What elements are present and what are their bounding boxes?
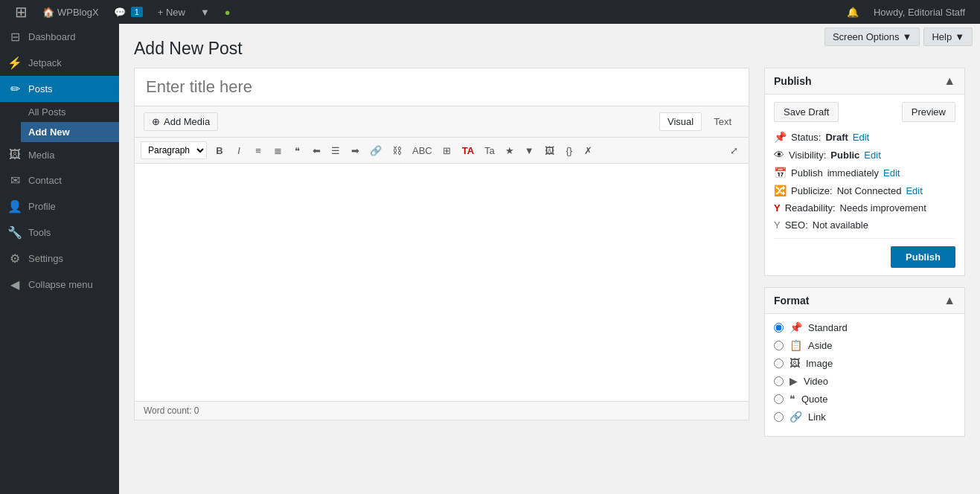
add-media-button[interactable]: ⊕ Add Media — [144, 112, 218, 131]
word-count-bar: Word count: 0 — [135, 402, 749, 420]
jetpack-icon: ⚡ — [7, 56, 22, 70]
status-value: Draft — [825, 132, 848, 143]
format-aside-radio[interactable] — [774, 341, 784, 350]
sidebar-item-collapse[interactable]: ◀ Collapse menu — [0, 272, 119, 298]
format-image-radio[interactable] — [774, 359, 784, 368]
unlink-button[interactable]: ⛓ — [388, 142, 406, 159]
italic-button[interactable]: I — [230, 142, 248, 159]
eraser-button[interactable]: ✗ — [580, 142, 598, 159]
publish-metabox-header[interactable]: Publish ▲ — [765, 68, 964, 94]
format-metabox-header[interactable]: Format ▲ — [765, 288, 964, 314]
align-center-button[interactable]: ☰ — [327, 142, 345, 159]
screen-options-button[interactable]: Screen Options ▼ — [824, 28, 920, 46]
publish-button[interactable]: Publish — [891, 246, 955, 268]
preview-button[interactable]: Preview — [902, 102, 955, 122]
star-button[interactable]: ★ — [501, 142, 519, 159]
admin-bar: ⊞ 🏠 WPBlogX 💬 1 + New ▼ ● 🔔 Howdy, Edito… — [0, 0, 980, 24]
paragraph-select[interactable]: Paragraph Heading 1 Heading 2 — [141, 141, 207, 159]
aside-icon: 📋 — [790, 339, 802, 351]
notifications-button[interactable]: 🔔 — [839, 0, 866, 24]
image-label: Image — [806, 358, 833, 369]
save-draft-button[interactable]: Save Draft — [774, 102, 839, 122]
visual-tab[interactable]: Visual — [659, 112, 702, 131]
paste-button[interactable]: Ta — [480, 142, 499, 159]
publish-toggle[interactable]: ▲ — [944, 74, 955, 88]
seo-row: Y SEO: Not available — [774, 219, 955, 231]
sidebar-item-settings[interactable]: ⚙ Settings — [0, 246, 119, 272]
format-title: Format — [774, 295, 809, 307]
editor-content[interactable] — [135, 164, 749, 402]
image-button[interactable]: 🖼 — [540, 142, 559, 159]
editor-container: ⊕ Add Media Visual Text — [134, 68, 749, 420]
bold-button[interactable]: B — [211, 142, 228, 159]
align-left-button[interactable]: ⬅ — [307, 142, 325, 159]
code-button[interactable]: {} — [560, 142, 578, 159]
right-panel: Publish ▲ Save Draft Preview — [764, 68, 965, 448]
more-button[interactable]: ▼ — [520, 142, 539, 159]
readability-row: Y Readability: Needs improvement — [774, 202, 955, 214]
sidebar-item-tools[interactable]: 🔧 Tools — [0, 219, 119, 246]
toolbar-row: ⊕ Add Media Visual Text — [135, 106, 749, 138]
format-video-radio[interactable] — [774, 376, 784, 386]
help-button[interactable]: Help ▼ — [923, 28, 973, 46]
fullscreen-button[interactable]: ⤢ — [725, 142, 743, 159]
publicize-value: Not Connected — [837, 185, 902, 196]
table-button[interactable]: ⊞ — [438, 142, 456, 159]
visibility-edit-link[interactable]: Edit — [864, 150, 880, 161]
status-icon: ● — [225, 7, 231, 18]
format-standard-radio[interactable] — [774, 323, 784, 333]
posts-icon: ✏ — [7, 82, 22, 96]
media-icon: 🖼 — [7, 148, 22, 161]
readability-icon: Y — [774, 202, 781, 214]
sidebar-item-posts[interactable]: ✏ Posts — [0, 76, 119, 102]
status-button[interactable]: ● — [217, 0, 238, 24]
link-button[interactable]: 🔗 — [365, 142, 386, 159]
sidebar-item-profile[interactable]: 👤 Profile — [0, 193, 119, 219]
publish-edit-link[interactable]: Edit — [883, 167, 900, 179]
title-input[interactable] — [135, 68, 749, 106]
sidebar-item-media[interactable]: 🖼 Media — [0, 142, 119, 167]
publicize-row: 🔀 Publicize: Not Connected Edit — [774, 185, 955, 196]
sidebar-item-all-posts[interactable]: All Posts — [21, 102, 119, 122]
format-toggle[interactable]: ▲ — [944, 294, 955, 307]
seo-label: SEO: — [785, 219, 808, 231]
text-tab[interactable]: Text — [705, 112, 740, 131]
comments-count: 1 — [131, 7, 143, 17]
yoast-button[interactable]: ▼ — [193, 0, 217, 24]
text-color-button[interactable]: TA — [458, 142, 478, 159]
status-edit-link[interactable]: Edit — [853, 132, 869, 143]
sidebar-item-jetpack[interactable]: ⚡ Jetpack — [0, 50, 119, 76]
image-format-icon: 🖼 — [790, 357, 800, 369]
format-link-radio[interactable] — [774, 412, 784, 422]
new-button[interactable]: + New — [150, 0, 193, 24]
blockquote-button[interactable]: ❝ — [288, 142, 306, 159]
align-right-button[interactable]: ➡ — [346, 142, 364, 159]
standard-icon: 📌 — [790, 321, 802, 333]
yoast-icon: ▼ — [200, 7, 210, 18]
sidebar-item-dashboard[interactable]: ⊟ Dashboard — [0, 24, 119, 50]
sidebar-item-add-new[interactable]: Add New — [21, 122, 119, 142]
format-quote: ❝ Quote — [774, 393, 955, 405]
all-posts-label: All Posts — [28, 106, 66, 118]
sidebar-label-dashboard: Dashboard — [28, 31, 76, 42]
screen-options-label: Screen Options — [833, 31, 900, 42]
standard-label: Standard — [808, 322, 848, 333]
status-row: 📌 Status: Draft Edit — [774, 131, 955, 143]
spellcheck-button[interactable]: ABC — [408, 142, 437, 159]
sidebar-label-media: Media — [28, 150, 54, 161]
visibility-icon: 👁 — [774, 149, 784, 161]
site-name-button[interactable]: 🏠 WPBlogX — [35, 0, 106, 24]
aside-label: Aside — [808, 340, 833, 351]
format-aside: 📋 Aside — [774, 339, 955, 351]
ordered-list-button[interactable]: ≣ — [269, 142, 286, 159]
format-quote-radio[interactable] — [774, 394, 784, 404]
howdy-button[interactable]: Howdy, Editorial Staff — [866, 0, 973, 24]
wp-logo-button[interactable]: ⊞ — [7, 0, 35, 24]
collapse-icon: ◀ — [7, 278, 22, 292]
comments-button[interactable]: 💬 1 — [106, 0, 150, 24]
unordered-list-button[interactable]: ≡ — [249, 142, 267, 159]
wrapper: ⊟ Dashboard ⚡ Jetpack ✏ Posts All Posts … — [0, 24, 980, 494]
site-name: WPBlogX — [57, 7, 99, 18]
publicize-edit-link[interactable]: Edit — [906, 185, 922, 196]
sidebar-item-contact[interactable]: ✉ Contact — [0, 167, 119, 193]
